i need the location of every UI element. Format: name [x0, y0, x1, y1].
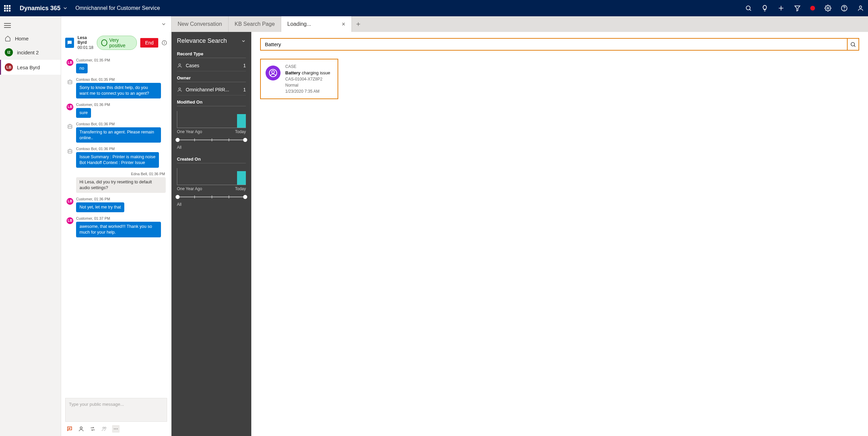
chevron-down-icon[interactable]: [62, 5, 68, 11]
more-icon[interactable]: [112, 425, 120, 433]
bot-avatar-icon: [67, 148, 73, 155]
search-input[interactable]: [260, 38, 848, 51]
message-bubble: Sorry to know this didnt help, do you wa…: [76, 83, 161, 98]
chart-x-right: Today: [235, 186, 246, 191]
nav-incident-label: incident 2: [17, 50, 39, 55]
result-type: CASE: [285, 64, 330, 69]
message-input[interactable]: Type your public message...: [65, 398, 167, 422]
notes-icon[interactable]: [101, 425, 108, 433]
end-button[interactable]: End: [140, 38, 158, 48]
search-icon[interactable]: [745, 5, 752, 12]
chevron-down-icon: [241, 39, 246, 43]
filter-owner[interactable]: Omnichannel PRR... 1: [177, 84, 246, 95]
help-icon[interactable]: [841, 5, 848, 12]
transfer-icon[interactable]: [89, 425, 96, 433]
plus-icon[interactable]: [778, 5, 784, 12]
message-row: Contoso Bot, 01:36 PM Transferring to an…: [67, 122, 166, 143]
owner-header: Owner: [177, 75, 246, 82]
conversation-transcript[interactable]: LB Customer, 01:35 PM no Contoso Bot, 01…: [61, 53, 171, 395]
lightbulb-icon[interactable]: [761, 5, 768, 12]
customer-avatar-icon: LB: [67, 198, 73, 205]
created-slider[interactable]: [177, 194, 246, 201]
chat-channel-icon: [65, 38, 74, 48]
message-bubble: no: [76, 63, 88, 73]
result-priority: Normal: [285, 83, 330, 88]
svg-point-26: [80, 427, 82, 429]
slider-all-label: All: [177, 202, 246, 207]
result-date: 1/23/2020 7:35 AM: [285, 89, 330, 94]
svg-line-1: [749, 9, 751, 11]
nav-incident[interactable]: I2 incident 2: [0, 45, 61, 60]
relevance-filter-panel: Relevance Search Record Type Cases 1 Own…: [171, 32, 251, 436]
tab-label: Loading...: [287, 21, 311, 27]
plus-icon: [356, 21, 361, 27]
message-meta: Edna Bell, 01:36 PM: [67, 172, 166, 176]
search-button[interactable]: [848, 38, 859, 51]
message-bubble: sure: [76, 108, 91, 118]
consult-icon[interactable]: [77, 425, 85, 433]
message-meta: Contoso Bot, 01:36 PM: [76, 147, 159, 151]
filter-cases-count: 1: [243, 63, 246, 68]
message-bubble: Issue Summary : Printer is making noise …: [76, 152, 159, 168]
nav-lesa[interactable]: LB Lesa Byrd: [0, 60, 61, 75]
search-results-panel: CASE Battery charging issue CAS-01004-X7…: [251, 32, 868, 436]
message-meta: Customer, 01:36 PM: [76, 197, 124, 201]
relevance-title[interactable]: Relevance Search: [177, 37, 246, 44]
filter-owner-label: Omnichannel PRR...: [186, 87, 229, 92]
created-header: Created On: [177, 157, 246, 163]
svg-point-23: [69, 151, 70, 152]
profile-icon[interactable]: [857, 5, 864, 12]
search-result-card[interactable]: CASE Battery charging issue CAS-01004-X7…: [260, 59, 338, 99]
chart-x-left: One Year Ago: [177, 129, 202, 134]
app-name: Omnichannel for Customer Service: [75, 5, 160, 11]
tab-label: KB Search Page: [235, 21, 275, 27]
message-meta: Customer, 01:37 PM: [76, 216, 161, 220]
info-icon[interactable]: [162, 40, 167, 46]
global-top-bar: Dynamics 365 Omnichannel for Customer Se…: [0, 0, 868, 16]
filter-cases-label: Cases: [186, 63, 199, 68]
filter-icon[interactable]: [794, 5, 801, 12]
record-type-header: Record Type: [177, 51, 246, 58]
hamburger-icon[interactable]: [0, 19, 61, 32]
slider-all-label: All: [177, 145, 246, 150]
bot-avatar-icon: [67, 78, 73, 85]
svg-point-32: [179, 64, 180, 66]
tab-row: New Conversation KB Search Page Loading.…: [61, 16, 868, 32]
chevron-down-icon: [161, 21, 166, 27]
result-title: Battery charging issue: [285, 70, 330, 75]
svg-point-16: [71, 82, 71, 83]
product-name[interactable]: Dynamics 365: [20, 5, 60, 12]
svg-rect-18: [68, 125, 72, 128]
nav-home[interactable]: Home: [0, 32, 61, 45]
message-bubble: Hi Lesa, did you try resetting to defaul…: [76, 177, 166, 193]
svg-point-0: [746, 6, 750, 10]
created-on-chart: [177, 168, 246, 185]
tab-label: New Conversation: [178, 21, 222, 27]
filter-cases[interactable]: Cases 1: [177, 60, 246, 71]
case-icon: [177, 63, 182, 68]
message-row: LB Customer, 01:36 PM sure: [67, 103, 166, 118]
message-meta: Customer, 01:36 PM: [76, 103, 110, 107]
quick-reply-icon[interactable]: [66, 425, 73, 433]
add-tab-button[interactable]: [352, 16, 365, 32]
sentiment-badge: Very positive: [97, 36, 137, 50]
message-bubble: awesome, that worked!!! Thank you so muc…: [76, 222, 161, 237]
svg-point-33: [179, 88, 180, 90]
message-row: Contoso Bot, 01:36 PM Issue Summary : Pr…: [67, 147, 166, 168]
svg-point-7: [844, 10, 845, 10]
gear-icon[interactable]: [825, 5, 831, 12]
customer-avatar-icon: LB: [67, 104, 73, 110]
svg-marker-4: [795, 6, 800, 11]
tab-new-conversation[interactable]: New Conversation: [171, 16, 229, 32]
sentiment-label: Very positive: [109, 37, 133, 48]
session-dropdown[interactable]: [61, 16, 171, 32]
svg-point-34: [851, 42, 855, 46]
bot-avatar-icon: [67, 123, 73, 130]
tab-loading[interactable]: Loading... ×: [281, 16, 352, 32]
modified-slider[interactable]: [177, 137, 246, 144]
tab-kb-search[interactable]: KB Search Page: [229, 16, 281, 32]
message-row: LB Customer, 01:36 PM Not yet, let me tr…: [67, 197, 166, 212]
presence-indicator-icon[interactable]: [810, 6, 815, 11]
app-launcher-icon[interactable]: [4, 5, 12, 12]
close-icon[interactable]: ×: [342, 21, 345, 28]
